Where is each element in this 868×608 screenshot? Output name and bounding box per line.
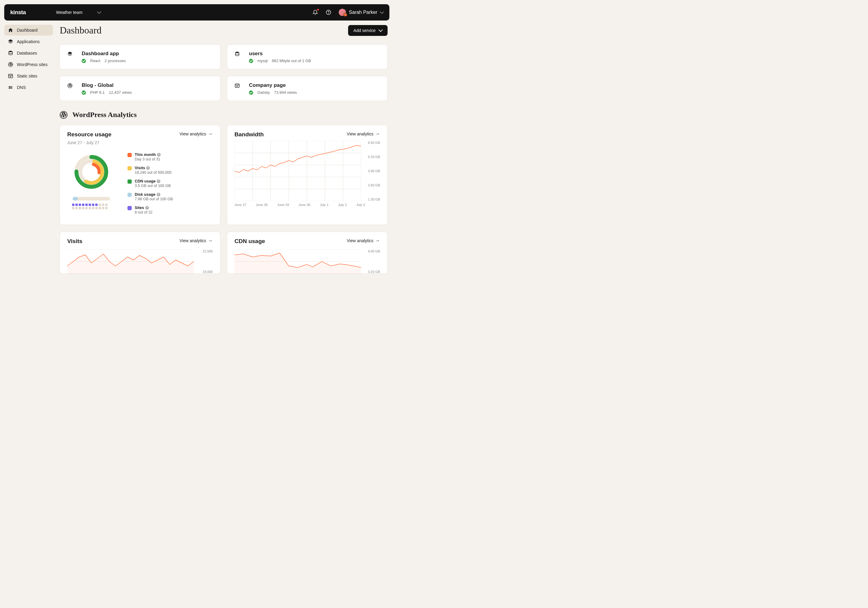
arrow-right-icon: → bbox=[208, 238, 213, 243]
help-icon[interactable]: ? bbox=[157, 153, 161, 157]
site-dot bbox=[85, 207, 88, 209]
cdn-chart bbox=[234, 249, 361, 274]
svg-rect-9 bbox=[235, 84, 239, 87]
service-card[interactable]: Dashboard appReact2 processes bbox=[60, 44, 220, 69]
visits-card: Visits View analytics→ 22,50018,000 bbox=[60, 232, 220, 274]
legend-item: Sites ?8 out of 22 bbox=[127, 205, 213, 215]
notifications-button[interactable] bbox=[312, 9, 318, 16]
view-analytics-link[interactable]: View analytics→ bbox=[347, 238, 380, 243]
view-analytics-link[interactable]: View analytics→ bbox=[180, 238, 213, 243]
axis-label: July 3 bbox=[356, 203, 365, 207]
site-dot bbox=[95, 207, 98, 209]
axis-label: 3.20 GB bbox=[368, 270, 380, 274]
site-dot bbox=[102, 207, 104, 209]
analytics-section-title: WordPress Analytics bbox=[72, 111, 137, 119]
cdn-card: CDN usage View analytics→ 4.00 GB3.20 GB bbox=[227, 232, 388, 274]
service-card[interactable]: Blog - GlobalPHP 8.112,437 views bbox=[60, 76, 220, 101]
visits-title: Visits bbox=[67, 238, 82, 244]
legend-item: Disk usage ?7.86 GB out of 100 GB bbox=[127, 192, 213, 201]
resource-title: Resource usage bbox=[67, 131, 112, 138]
avatar bbox=[339, 9, 346, 16]
legend-label: Disk usage ? bbox=[135, 192, 173, 197]
help-icon[interactable]: ? bbox=[146, 166, 150, 170]
home-icon bbox=[8, 28, 13, 33]
visits-chart bbox=[67, 249, 194, 274]
site-dot bbox=[102, 204, 104, 206]
sidebar-item-databases[interactable]: Databases bbox=[4, 48, 53, 59]
axis-label: 2.60 GB bbox=[368, 183, 380, 187]
service-card[interactable]: usersmysql862 Mbyte out of 1 GB bbox=[227, 44, 388, 69]
help-button[interactable] bbox=[326, 9, 332, 16]
site-dot bbox=[88, 207, 91, 209]
legend-value: 7.86 GB out of 100 GB bbox=[135, 197, 173, 201]
resource-usage-card: Resource usage View analytics→ June 27 -… bbox=[60, 125, 220, 225]
bandwidth-chart bbox=[234, 141, 361, 201]
service-tech: Gatsby bbox=[257, 90, 270, 95]
site-dot bbox=[99, 204, 101, 206]
sidebar-item-applications[interactable]: Applications bbox=[4, 36, 53, 47]
legend-value: 8 out of 22 bbox=[135, 210, 152, 215]
axis-label: June 27 bbox=[234, 203, 246, 207]
svg-rect-4 bbox=[8, 74, 12, 78]
legend-value: Day 3 out of 31 bbox=[135, 157, 161, 161]
disk-progress-bar bbox=[73, 197, 110, 201]
site-dot bbox=[105, 204, 108, 206]
axis-label: 4.00 GB bbox=[368, 249, 380, 253]
database-icon bbox=[8, 50, 13, 56]
legend-label: CDN usage ? bbox=[135, 179, 171, 183]
sites-dots bbox=[72, 204, 111, 209]
chevron-down-icon bbox=[380, 10, 384, 14]
chevron-down-icon bbox=[378, 28, 383, 32]
service-card[interactable]: Company pageGatsby73.944 views bbox=[227, 76, 388, 101]
database-icon bbox=[234, 51, 243, 60]
dns-icon bbox=[8, 85, 13, 90]
status-ok-icon bbox=[82, 90, 86, 95]
help-icon[interactable]: ? bbox=[157, 193, 160, 196]
sidebar-item-dashboard[interactable]: Dashboard bbox=[4, 25, 53, 36]
user-menu[interactable]: Sarah Parker bbox=[339, 9, 383, 16]
site-dot bbox=[72, 207, 74, 209]
axis-label: July 1 bbox=[320, 203, 329, 207]
legend-value: 3.5 GB out of 100 GB bbox=[135, 183, 171, 188]
legend-swatch bbox=[127, 179, 132, 183]
axis-label: 22,500 bbox=[203, 249, 213, 253]
view-analytics-link[interactable]: View analytics→ bbox=[347, 131, 380, 137]
status-ok-icon bbox=[82, 59, 86, 63]
svg-point-7 bbox=[236, 52, 239, 53]
site-dot bbox=[92, 207, 95, 209]
service-title: Dashboard app bbox=[82, 51, 126, 57]
legend-value: 18,240 out of 500,000 bbox=[135, 170, 172, 175]
sidebar-item-label: DNS bbox=[17, 85, 26, 90]
team-name: Weather team bbox=[56, 10, 82, 15]
sidebar-item-label: WordPress sites bbox=[17, 62, 48, 67]
site-dot bbox=[92, 204, 95, 206]
axis-label: 5.20 GB bbox=[368, 155, 380, 159]
arrow-right-icon: → bbox=[375, 131, 380, 137]
arrow-right-icon: → bbox=[375, 238, 380, 243]
team-selector[interactable]: Weather team bbox=[56, 10, 101, 15]
help-icon[interactable]: ? bbox=[157, 179, 160, 183]
view-analytics-link[interactable]: View analytics→ bbox=[180, 131, 213, 137]
site-dot bbox=[99, 207, 101, 209]
axis-label: June 29 bbox=[277, 203, 289, 207]
service-meta: 2 processes bbox=[105, 59, 126, 63]
service-title: Blog - Global bbox=[82, 82, 132, 89]
site-dot bbox=[95, 204, 98, 206]
help-icon[interactable]: ? bbox=[145, 206, 149, 210]
service-title: users bbox=[249, 51, 311, 57]
svg-point-6 bbox=[9, 88, 10, 89]
sidebar-item-static-sites[interactable]: Static sites bbox=[4, 71, 53, 81]
page-title: Dashboard bbox=[60, 25, 102, 36]
axis-label: 1.30 GB bbox=[368, 197, 380, 201]
sidebar-item-dns[interactable]: DNS bbox=[4, 82, 53, 93]
legend-swatch bbox=[127, 206, 132, 210]
site-dot bbox=[85, 204, 88, 206]
layers-icon bbox=[67, 51, 76, 60]
resource-donut-chart bbox=[72, 152, 111, 191]
sidebar-item-wordpress-sites[interactable]: WordPress sites bbox=[4, 59, 53, 70]
legend-label: Visits ? bbox=[135, 166, 172, 170]
site-dot bbox=[82, 207, 84, 209]
add-service-button[interactable]: Add service bbox=[348, 25, 388, 36]
site-dot bbox=[88, 204, 91, 206]
avatar-badge-icon bbox=[344, 13, 347, 17]
